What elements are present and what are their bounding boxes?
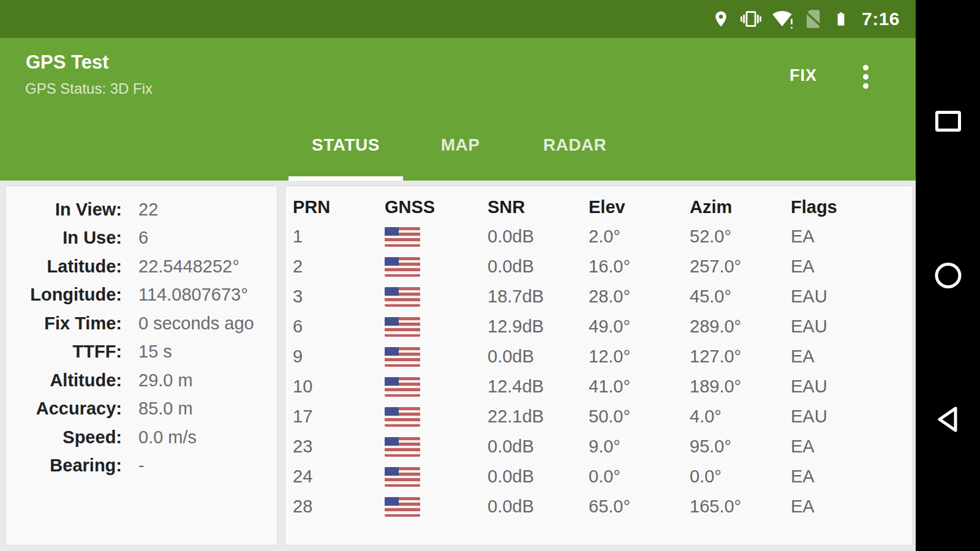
info-value: 22.5448252°: [138, 257, 239, 277]
gnss-cell: [385, 347, 488, 367]
us-flag-icon: [385, 257, 420, 277]
info-row: In Use:6: [6, 224, 277, 253]
azim-cell: 4.0°: [690, 407, 791, 427]
elev-cell: 41.0°: [589, 377, 690, 397]
info-value: 22: [138, 200, 158, 220]
gnss-cell: [385, 467, 488, 487]
azim-cell: 127.0°: [690, 347, 791, 367]
satellite-row: 240.0dB0.0°0.0°EA: [285, 462, 913, 492]
info-value: 15 s: [138, 342, 172, 362]
elev-cell: 2.0°: [589, 227, 690, 247]
azim-cell: 95.0°: [690, 437, 791, 457]
elev-cell: 9.0°: [589, 437, 690, 457]
gnss-cell: [385, 317, 488, 337]
satellite-row: 1722.1dB50.0°4.0°EAU: [285, 402, 913, 432]
column-header-gnss: GNSS: [385, 197, 488, 217]
elev-cell: 16.0°: [589, 257, 690, 277]
overflow-menu-icon[interactable]: [856, 59, 875, 94]
battery-full-icon: [833, 9, 849, 29]
elev-cell: 65.0°: [589, 497, 690, 517]
satellite-row: 280.0dB65.0°165.0°EA: [285, 492, 913, 522]
recents-icon: [935, 111, 961, 132]
home-button[interactable]: [935, 263, 961, 288]
info-label: TTFF:: [6, 342, 122, 362]
column-header-prn: PRN: [293, 197, 385, 217]
gnss-cell: [385, 407, 488, 427]
info-value: 6: [138, 228, 148, 248]
snr-cell: 0.0dB: [488, 347, 589, 367]
page-title: GPS Test: [26, 51, 109, 73]
info-rows: In View:22In Use:6Latitude:22.5448252°Lo…: [6, 195, 277, 480]
gnss-cell: [385, 227, 488, 247]
flags-cell: EA: [791, 227, 913, 247]
prn-cell: 17: [293, 407, 385, 427]
flags-cell: EAU: [791, 317, 913, 337]
info-row: In View:22: [6, 195, 277, 224]
tab-bar: STATUSMAPRADAR: [288, 122, 632, 181]
column-header-elev: Elev: [589, 197, 690, 217]
flags-cell: EA: [791, 497, 913, 517]
elev-cell: 50.0°: [589, 407, 690, 427]
satellite-row: 612.9dB49.0°289.0°EAU: [285, 312, 913, 342]
azim-cell: 289.0°: [690, 317, 791, 337]
satellite-table-body: 10.0dB2.0°52.0°EA20.0dB16.0°257.0°EA318.…: [285, 222, 913, 522]
back-icon: [936, 404, 960, 435]
gnss-cell: [385, 437, 488, 457]
prn-cell: 24: [293, 467, 385, 487]
tab-map[interactable]: MAP: [403, 122, 518, 181]
prn-cell: 9: [293, 347, 385, 367]
us-flag-icon: [385, 347, 420, 367]
info-label: Speed:: [6, 427, 122, 448]
tab-radar[interactable]: RADAR: [518, 122, 632, 181]
snr-cell: 22.1dB: [488, 407, 589, 427]
us-flag-icon: [385, 407, 420, 427]
app-bar: GPS Test GPS Status: 3D Fix FIX STATUSMA…: [0, 38, 916, 181]
tab-status[interactable]: STATUS: [288, 122, 403, 181]
flags-cell: EA: [791, 257, 913, 277]
vibrate-icon: [739, 9, 763, 29]
flags-cell: EAU: [791, 287, 913, 307]
info-row: Latitude:22.5448252°: [6, 252, 277, 281]
us-flag-icon: [385, 227, 420, 247]
us-flag-icon: [385, 287, 420, 307]
column-header-snr: SNR: [488, 197, 589, 217]
satellite-table: PRNGNSSSNRElevAzimFlags 10.0dB2.0°52.0°E…: [285, 186, 913, 545]
no-sim-icon: [804, 9, 824, 29]
info-value: 0.0 m/s: [138, 427, 197, 448]
azim-cell: 257.0°: [690, 257, 791, 277]
prn-cell: 2: [293, 257, 385, 277]
snr-cell: 18.7dB: [488, 287, 589, 307]
us-flag-icon: [385, 467, 420, 487]
snr-cell: 0.0dB: [488, 257, 589, 277]
column-header-flags: Flags: [791, 197, 913, 217]
info-value: 0 seconds ago: [138, 313, 254, 334]
azim-cell: 189.0°: [690, 377, 791, 397]
flags-cell: EAU: [791, 377, 913, 397]
fix-button[interactable]: FIX: [786, 64, 821, 88]
snr-cell: 12.4dB: [488, 377, 589, 397]
prn-cell: 23: [293, 437, 385, 457]
gnss-cell: [385, 257, 488, 277]
back-button[interactable]: [936, 404, 960, 435]
info-label: Altitude:: [6, 370, 122, 391]
home-icon: [935, 263, 961, 288]
info-value: 85.0 m: [138, 399, 193, 419]
info-value: 29.0 m: [138, 370, 193, 391]
gps-info-panel: In View:22In Use:6Latitude:22.5448252°Lo…: [5, 186, 277, 545]
snr-cell: 0.0dB: [488, 467, 589, 487]
recents-button[interactable]: [935, 111, 961, 132]
gnss-cell: [385, 497, 488, 517]
info-label: Fix Time:: [6, 313, 122, 334]
info-label: Latitude:: [6, 257, 122, 277]
info-row: Speed:0.0 m/s: [6, 423, 277, 452]
info-row: TTFF:15 s: [6, 338, 277, 367]
elev-cell: 0.0°: [589, 467, 690, 487]
column-header-azim: Azim: [690, 197, 791, 217]
navigation-bar: [916, 0, 980, 551]
satellite-row: 318.7dB28.0°45.0°EAU: [285, 282, 913, 312]
flags-cell: EAU: [791, 407, 913, 427]
prn-cell: 6: [293, 317, 385, 337]
satellite-row: 10.0dB2.0°52.0°EA: [285, 222, 913, 252]
snr-cell: 0.0dB: [488, 227, 589, 247]
info-row: Longitude:114.0807673°: [6, 281, 277, 310]
